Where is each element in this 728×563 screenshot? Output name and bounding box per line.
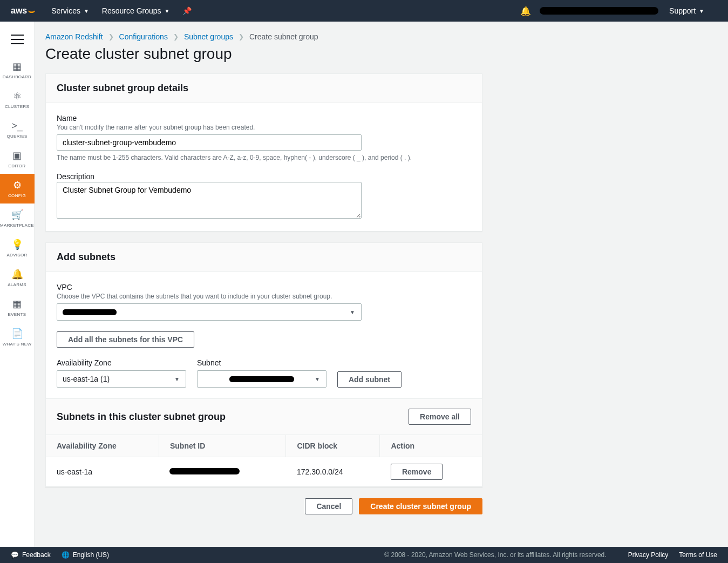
news-icon: 📄: [11, 328, 23, 340]
chevron-right-icon: ❯: [173, 33, 179, 40]
az-label: Availability Zone: [57, 358, 186, 367]
aws-swoosh-icon: ⌣: [28, 5, 35, 17]
name-label: Name: [57, 114, 471, 123]
breadcrumb-link[interactable]: Configurations: [119, 32, 168, 41]
calendar-icon: ▦: [12, 298, 22, 310]
name-constraint: The name must be 1-255 characters. Valid…: [57, 154, 471, 161]
name-hint: You can't modify the name after your sub…: [57, 124, 471, 131]
support-label: Support: [669, 6, 696, 15]
sidebar-item-whatsnew[interactable]: 📄 WHAT'S NEW: [0, 322, 35, 352]
pin-button[interactable]: 📌: [182, 6, 192, 15]
page-title: Create cluster subnet group: [45, 45, 717, 63]
sidebar-item-dashboard[interactable]: ▦ DASHBOARD: [0, 55, 35, 85]
remove-all-button[interactable]: Remove all: [409, 409, 471, 425]
panel-heading: Add subnets: [57, 252, 471, 263]
panel-header: Add subnets: [46, 243, 482, 272]
sidebar-item-label: ADVISOR: [6, 253, 27, 257]
sidebar-item-alarms[interactable]: 🔔 ALARMS: [0, 263, 35, 293]
table-header-cidr: CIDR block: [286, 435, 380, 457]
cluster-icon: ⚛: [13, 90, 22, 102]
az-select[interactable]: us-east-1a (1): [57, 370, 186, 388]
chevron-right-icon: ❯: [108, 33, 114, 40]
subnets-in-group-section: Subnets in this cluster subnet group Rem…: [46, 398, 482, 487]
sidebar-item-label: DASHBOARD: [3, 74, 31, 79]
breadcrumb: Amazon Redshift ❯ Configurations ❯ Subne…: [45, 32, 717, 41]
vpc-label: VPC: [57, 283, 471, 291]
cancel-button[interactable]: Cancel: [305, 498, 352, 514]
main-content: Amazon Redshift ❯ Configurations ❯ Subne…: [35, 22, 728, 547]
add-subnet-button[interactable]: Add subnet: [337, 371, 402, 388]
subnet-label: Subnet: [197, 358, 326, 367]
bulb-icon: 💡: [11, 239, 23, 250]
sidebar-item-label: EVENTS: [8, 312, 26, 317]
cluster-subnet-group-details-panel: Cluster subnet group details Name You ca…: [45, 73, 482, 232]
services-menu[interactable]: Services ▼: [51, 6, 89, 15]
side-nav: ▦ DASHBOARD ⚛ CLUSTERS >_ QUERIES ▣ EDIT…: [0, 22, 35, 547]
bell-icon: 🔔: [520, 6, 531, 16]
caret-down-icon: ▼: [699, 8, 704, 14]
sidebar-item-label: ALARMS: [8, 282, 26, 287]
resource-groups-menu[interactable]: Resource Groups ▼: [102, 6, 170, 15]
sidebar-item-config[interactable]: ⚙ CONFIG: [0, 174, 35, 204]
form-actions: Cancel Create cluster subnet group: [45, 498, 482, 514]
subnets-table: Availability Zone Subnet ID CIDR block A…: [46, 435, 482, 487]
cell-az: us-east-1a: [46, 457, 159, 487]
sidebar-item-label: CLUSTERS: [5, 104, 29, 109]
description-label: Description: [57, 172, 471, 181]
sidebar-item-label: MARKETPLACE: [0, 223, 34, 228]
remove-row-button[interactable]: Remove: [391, 464, 443, 480]
name-input[interactable]: [57, 134, 362, 151]
chevron-right-icon: ❯: [239, 33, 244, 40]
vpc-hint: Choose the VPC that contains the subnets…: [57, 293, 471, 300]
sidebar-item-label: EDITOR: [9, 164, 26, 168]
sidebar-item-marketplace[interactable]: 🛒 MARKETPLACE: [0, 204, 35, 233]
pin-icon: 📌: [182, 6, 192, 15]
caret-down-icon: ▼: [84, 8, 89, 14]
hamburger-button[interactable]: [11, 35, 24, 44]
breadcrumb-link[interactable]: Subnet groups: [184, 32, 233, 41]
table-header-id: Subnet ID: [159, 435, 285, 457]
account-info-redacted[interactable]: [540, 7, 658, 15]
sidebar-item-label: CONFIG: [8, 193, 26, 198]
description-input[interactable]: Cluster Subnet Group for Vembudemo: [57, 182, 362, 219]
subnets-header: Subnets in this cluster subnet group Rem…: [46, 399, 482, 435]
cell-action: Remove: [380, 457, 482, 487]
subnet-select[interactable]: [197, 370, 326, 388]
sidebar-item-label: WHAT'S NEW: [3, 342, 32, 347]
add-all-subnets-button[interactable]: Add all the subnets for this VPC: [57, 331, 194, 348]
table-row: us-east-1a 172.30.0.0/24 Remove: [46, 457, 482, 487]
cell-cidr: 172.30.0.0/24: [286, 457, 380, 487]
aws-logo[interactable]: aws⌣: [11, 5, 35, 17]
table-header-az: Availability Zone: [46, 435, 159, 457]
vpc-select[interactable]: [57, 303, 362, 321]
add-subnets-panel: Add subnets VPC Choose the VPC that cont…: [45, 242, 482, 487]
sidebar-item-clusters[interactable]: ⚛ CLUSTERS: [0, 85, 35, 114]
subnets-heading: Subnets in this cluster subnet group: [57, 411, 226, 423]
terminal-icon: >_: [11, 120, 23, 132]
notifications-button[interactable]: 🔔: [520, 6, 531, 16]
sidebar-item-label: QUERIES: [6, 134, 27, 139]
sidebar-item-editor[interactable]: ▣ EDITOR: [0, 144, 35, 174]
sidebar-item-events[interactable]: ▦ EVENTS: [0, 293, 35, 322]
editor-icon: ▣: [12, 150, 22, 161]
table-header-action: Action: [380, 435, 482, 457]
az-select-value: us-east-1a (1): [63, 375, 110, 383]
breadcrumb-link[interactable]: Amazon Redshift: [45, 32, 103, 41]
top-nav: aws⌣ Services ▼ Resource Groups ▼ 📌 🔔 Su…: [0, 0, 728, 22]
gear-icon: ⚙: [13, 179, 22, 191]
sidebar-item-advisor[interactable]: 💡 ADVISOR: [0, 233, 35, 263]
grid-icon: ▦: [12, 60, 22, 72]
create-cluster-subnet-group-button[interactable]: Create cluster subnet group: [359, 498, 482, 514]
breadcrumb-current: Create subnet group: [249, 32, 318, 41]
panel-heading: Cluster subnet group details: [57, 83, 471, 94]
services-label: Services: [51, 6, 80, 15]
support-menu[interactable]: Support ▼: [669, 6, 704, 15]
resource-groups-label: Resource Groups: [102, 6, 161, 15]
cart-icon: 🛒: [11, 209, 23, 221]
bell-icon: 🔔: [11, 268, 23, 280]
panel-header: Cluster subnet group details: [46, 74, 482, 103]
caret-down-icon: ▼: [165, 8, 170, 14]
aws-logo-text: aws: [11, 6, 27, 16]
sidebar-item-queries[interactable]: >_ QUERIES: [0, 114, 35, 144]
cell-subnet-id: [159, 457, 285, 487]
